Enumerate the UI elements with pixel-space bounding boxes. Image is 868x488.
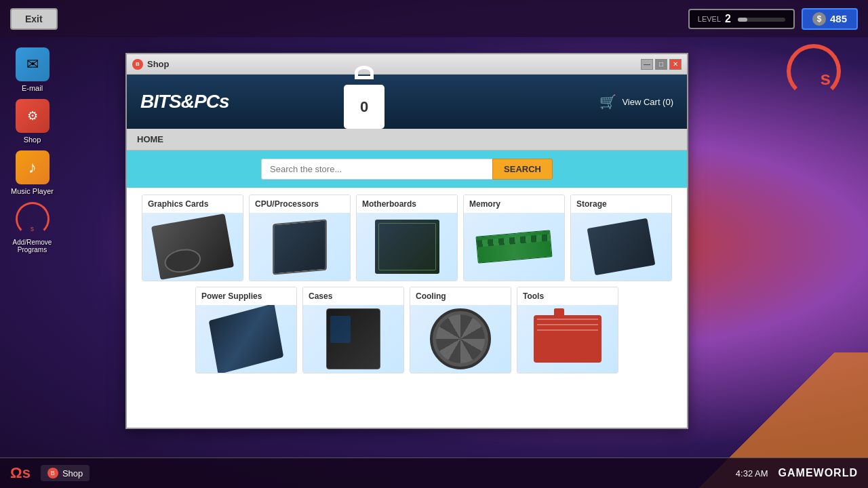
maximize-button[interactable]: □ [655,59,667,70]
view-cart-button[interactable]: 🛒 View Cart (0) [599,94,673,110]
category-memory[interactable]: Memory [463,195,565,281]
category-cooling[interactable]: Cooling [410,287,511,373]
gpu-icon [151,214,234,280]
shop-bag: 0 [337,78,391,132]
omega-logo: s [820,68,831,89]
tools-icon [534,315,601,363]
sidebar-label-addremove: Add/Remove Programs [10,239,54,253]
cpu-processors-image [250,213,350,281]
close-button[interactable]: ✕ [669,59,682,70]
taskbar-gameworld: GAMEWORLD [778,467,858,479]
graphics-cards-label: Graphics Cards [142,195,243,213]
exit-button[interactable]: Exit [10,8,58,30]
taskbar-time: 4:32 AM [736,468,768,479]
desktop: Exit LEVEL 2 $ 485 s ✉ E-mail [0,0,868,488]
taskbar-shop-label: Shop [62,468,83,479]
cart-icon: 🛒 [599,94,616,110]
category-power-supplies[interactable]: Power Supplies [195,287,297,373]
cases-image [303,305,403,373]
level-bar: LEVEL 2 [688,9,795,29]
shop-window: B Shop — □ ✕ BITS&PCs 0 🛒 View Cart (0) [125,53,688,429]
cart-label: View Cart (0) [622,97,673,107]
shop-nav: HOME [127,129,687,150]
power-supplies-image [196,305,296,373]
sidebar-label-shop: Shop [24,136,41,144]
memory-image [464,213,564,281]
window-app-icon: B [132,59,143,70]
tools-image [517,305,618,373]
taskbar-shop-item[interactable]: B Shop [41,465,90,481]
addremove-icon: s [16,202,50,236]
category-graphics-cards[interactable]: Graphics Cards [142,195,243,281]
window-controls: — □ ✕ [641,59,682,70]
cooling-image [410,305,511,373]
level-label: LEVEL [698,15,721,23]
graphics-cards-image [142,213,243,281]
window-title-left: B Shop [132,59,170,70]
cases-label: Cases [303,287,403,305]
cooling-label: Cooling [410,287,511,305]
money-bar: $ 485 [802,8,858,30]
window-titlebar: B Shop — □ ✕ [127,54,687,75]
sidebar: ✉ E-mail ⚙ Shop ♪ Music Player s Add/Rem… [10,47,54,253]
category-motherboards[interactable]: Motherboards [356,195,458,281]
ram-icon [475,230,552,263]
bag-number: 0 [360,98,368,116]
search-input[interactable] [261,159,492,180]
storage-label: Storage [571,195,671,213]
category-cases[interactable]: Cases [302,287,404,373]
category-cpu-processors[interactable]: CPU/Processors [249,195,351,281]
music-icon: ♪ [16,150,50,184]
sidebar-item-email[interactable]: ✉ E-mail [10,47,54,92]
shop-brand: BITS&PCs [140,91,229,113]
search-button[interactable]: SEARCH [492,159,553,180]
level-value: 2 [725,13,731,25]
bag-shape: 0 [344,85,384,129]
taskbar-omega-label[interactable]: Ωs [10,464,31,482]
bag-handle [355,66,374,79]
category-tools[interactable]: Tools [517,287,618,373]
power-supplies-label: Power Supplies [196,287,296,305]
top-bar: Exit LEVEL 2 $ 485 [0,0,868,37]
product-grid: Graphics Cards CPU/Processors Motherboar… [127,188,687,428]
cooling-icon [430,308,491,369]
omega-decoration [787,44,841,98]
window-title-text: Shop [147,59,170,69]
motherboards-image [357,213,457,281]
category-storage[interactable]: Storage [570,195,672,281]
category-row-2: Power Supplies Cases Cooling [137,287,677,373]
storage-icon [587,218,656,276]
home-label: HOME [137,134,163,144]
motherboards-label: Motherboards [357,195,457,213]
sidebar-item-addremove[interactable]: s Add/Remove Programs [10,202,54,253]
email-icon: ✉ [16,47,50,81]
category-row-1: Graphics Cards CPU/Processors Motherboar… [137,195,677,281]
level-progress-bar [738,18,785,22]
taskbar: Ωs B Shop 4:32 AM GAMEWORLD [0,458,868,488]
shop-icon: ⚙ [16,99,50,133]
sidebar-item-shop[interactable]: ⚙ Shop [10,99,54,144]
search-area: SEARCH [127,150,687,188]
cpu-processors-label: CPU/Processors [250,195,350,213]
hud-right: LEVEL 2 $ 485 [688,8,858,30]
sidebar-item-music[interactable]: ♪ Music Player [10,150,54,195]
money-value: 485 [830,13,847,24]
taskbar-shop-icon: B [47,468,58,479]
tools-label: Tools [517,287,618,305]
search-bar: SEARCH [261,159,553,180]
psu-icon [209,305,284,373]
case-icon [326,308,380,369]
level-progress-fill [738,18,747,22]
motherboard-icon [375,220,439,274]
sidebar-label-music: Music Player [11,187,54,195]
storage-image [571,213,671,281]
taskbar-left: Ωs B Shop [10,464,90,482]
memory-label: Memory [464,195,564,213]
money-icon: $ [812,12,826,26]
minimize-button[interactable]: — [641,59,653,70]
sidebar-label-email: E-mail [22,84,43,92]
shop-header: BITS&PCs 0 🛒 View Cart (0) [127,75,687,129]
cpu-icon [273,219,327,274]
